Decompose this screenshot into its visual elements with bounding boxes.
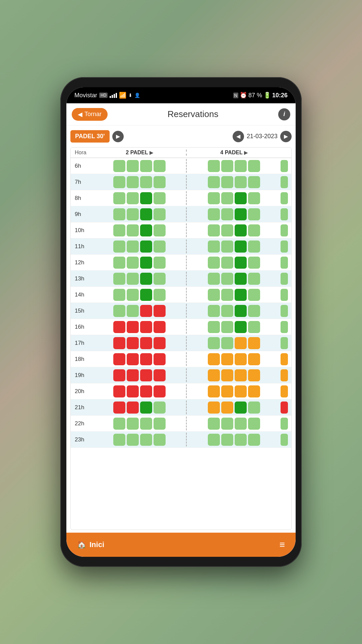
slot[interactable] bbox=[235, 289, 247, 301]
slot[interactable] bbox=[235, 401, 247, 414]
extra-slot[interactable] bbox=[281, 240, 288, 253]
slot[interactable] bbox=[154, 418, 166, 430]
slot[interactable] bbox=[208, 176, 220, 188]
slot[interactable] bbox=[248, 257, 260, 269]
extra-slot[interactable] bbox=[281, 257, 288, 269]
slot[interactable] bbox=[221, 273, 233, 285]
slot[interactable] bbox=[113, 434, 125, 446]
slot[interactable] bbox=[221, 257, 233, 269]
slot[interactable] bbox=[154, 240, 166, 253]
slot[interactable] bbox=[221, 369, 233, 381]
slot[interactable] bbox=[221, 224, 233, 236]
slot[interactable] bbox=[248, 434, 260, 446]
slot[interactable] bbox=[235, 208, 247, 220]
extra-slot[interactable] bbox=[281, 434, 288, 446]
time-row[interactable]: 10h bbox=[71, 222, 291, 238]
slot[interactable] bbox=[221, 321, 233, 333]
slot[interactable] bbox=[248, 305, 260, 317]
slot[interactable] bbox=[140, 289, 152, 301]
slot[interactable] bbox=[235, 353, 247, 365]
slot[interactable] bbox=[127, 337, 139, 349]
slot[interactable] bbox=[235, 257, 247, 269]
time-row[interactable]: 14h bbox=[71, 287, 291, 303]
slot[interactable] bbox=[154, 401, 166, 414]
slot[interactable] bbox=[154, 176, 166, 188]
slot[interactable] bbox=[127, 176, 139, 188]
extra-slot[interactable] bbox=[281, 353, 288, 365]
slot[interactable] bbox=[221, 401, 233, 414]
slot[interactable] bbox=[248, 418, 260, 430]
slot[interactable] bbox=[127, 369, 139, 381]
extra-slot[interactable] bbox=[281, 321, 288, 333]
slot[interactable] bbox=[140, 257, 152, 269]
slot[interactable] bbox=[208, 208, 220, 220]
slot[interactable] bbox=[221, 418, 233, 430]
slot[interactable] bbox=[208, 160, 220, 172]
extra-slot[interactable] bbox=[281, 224, 288, 236]
slot[interactable] bbox=[221, 353, 233, 365]
slot[interactable] bbox=[154, 273, 166, 285]
time-row[interactable]: 11h bbox=[71, 238, 291, 255]
slot[interactable] bbox=[140, 385, 152, 397]
time-row[interactable]: 15h bbox=[71, 303, 291, 319]
slot[interactable] bbox=[248, 240, 260, 253]
court-next-button[interactable]: ▶ bbox=[112, 131, 124, 142]
slot[interactable] bbox=[140, 192, 152, 204]
slot[interactable] bbox=[208, 369, 220, 381]
menu-button[interactable]: ≡ bbox=[280, 539, 285, 550]
slot[interactable] bbox=[248, 385, 260, 397]
time-row[interactable]: 22h bbox=[71, 416, 291, 432]
slot[interactable] bbox=[221, 434, 233, 446]
slot[interactable] bbox=[235, 369, 247, 381]
slot[interactable] bbox=[221, 176, 233, 188]
slot[interactable] bbox=[235, 160, 247, 172]
slot[interactable] bbox=[154, 257, 166, 269]
slot[interactable] bbox=[113, 273, 125, 285]
slot[interactable] bbox=[235, 224, 247, 236]
extra-slot[interactable] bbox=[281, 305, 288, 317]
slot[interactable] bbox=[127, 208, 139, 220]
slot[interactable] bbox=[248, 160, 260, 172]
time-row[interactable]: 17h bbox=[71, 335, 291, 351]
slot[interactable] bbox=[140, 208, 152, 220]
slot[interactable] bbox=[208, 401, 220, 414]
slot[interactable] bbox=[248, 321, 260, 333]
extra-slot[interactable] bbox=[281, 369, 288, 381]
time-row[interactable]: 18h bbox=[71, 351, 291, 367]
slot[interactable] bbox=[221, 160, 233, 172]
slot[interactable] bbox=[154, 224, 166, 236]
slot[interactable] bbox=[235, 385, 247, 397]
extra-slot[interactable] bbox=[281, 192, 288, 204]
slot[interactable] bbox=[140, 160, 152, 172]
slot[interactable] bbox=[113, 240, 125, 253]
slot[interactable] bbox=[127, 160, 139, 172]
slot[interactable] bbox=[221, 289, 233, 301]
slot[interactable] bbox=[208, 224, 220, 236]
slot[interactable] bbox=[140, 434, 152, 446]
slot[interactable] bbox=[208, 385, 220, 397]
slot[interactable] bbox=[248, 208, 260, 220]
slot[interactable] bbox=[208, 321, 220, 333]
slot[interactable] bbox=[127, 257, 139, 269]
slot[interactable] bbox=[154, 321, 166, 333]
slot[interactable] bbox=[140, 305, 152, 317]
time-row[interactable]: 7h bbox=[71, 174, 291, 190]
time-row[interactable]: 6h bbox=[71, 158, 291, 174]
slot[interactable] bbox=[154, 160, 166, 172]
slot[interactable] bbox=[113, 305, 125, 317]
time-row[interactable]: 19h bbox=[71, 367, 291, 383]
slot[interactable] bbox=[127, 192, 139, 204]
time-row[interactable]: 20h bbox=[71, 383, 291, 399]
slot[interactable] bbox=[113, 369, 125, 381]
slot[interactable] bbox=[127, 305, 139, 317]
extra-slot[interactable] bbox=[281, 208, 288, 220]
slot[interactable] bbox=[140, 337, 152, 349]
slot[interactable] bbox=[127, 434, 139, 446]
slot[interactable] bbox=[248, 369, 260, 381]
slot[interactable] bbox=[154, 289, 166, 301]
slot[interactable] bbox=[113, 385, 125, 397]
date-prev-button[interactable]: ◀ bbox=[233, 131, 244, 142]
slot[interactable] bbox=[140, 401, 152, 414]
slot[interactable] bbox=[235, 305, 247, 317]
slot[interactable] bbox=[113, 208, 125, 220]
